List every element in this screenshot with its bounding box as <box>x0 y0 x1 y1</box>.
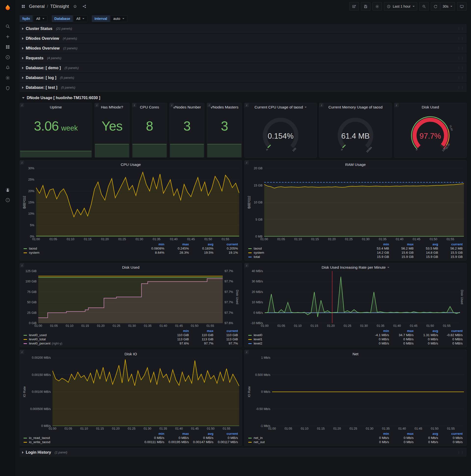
legend-series[interactable]: taosd <box>247 246 366 251</box>
legend-series[interactable]: level0_used <box>22 333 166 337</box>
legend-col-header[interactable]: current <box>215 242 239 246</box>
legend-series[interactable]: system <box>22 251 141 255</box>
panel-title[interactable]: Uptime <box>20 103 92 110</box>
dashboard-row-requests[interactable]: Requests(4 panels)⋮⋮ <box>20 53 467 63</box>
legend-col-header[interactable]: avg <box>190 242 215 246</box>
plot[interactable] <box>272 358 464 426</box>
search-icon[interactable] <box>2 21 13 31</box>
legend-col-header[interactable]: min <box>166 329 190 333</box>
legend-series[interactable]: level0_total <box>22 337 166 341</box>
panel-title[interactable]: Current CPU Usage of taosd <box>245 103 317 110</box>
refresh-button[interactable] <box>431 2 440 11</box>
legend-col-header[interactable]: max <box>190 329 215 333</box>
legend-col-header[interactable]: max <box>390 242 415 246</box>
dashboard-row-login-history[interactable]: Login History(1 panel)⋮⋮ <box>20 448 467 457</box>
dashboard-row-cluster-status[interactable]: Cluster Status(21 panels)⋮⋮ <box>20 24 467 33</box>
grafana-logo[interactable] <box>2 2 13 13</box>
panel-title[interactable]: Net <box>247 350 464 357</box>
tv-mode-button[interactable] <box>457 2 467 11</box>
legend-series[interactable]: io_write_taosd <box>22 440 141 444</box>
time-range-picker[interactable]: Last 1 hour <box>384 2 417 11</box>
row-drag-handle[interactable]: ⋮⋮ <box>457 450 464 454</box>
legend-series[interactable]: system <box>247 251 366 255</box>
legend-col-header[interactable]: min <box>141 242 166 246</box>
legend-series[interactable]: net_in <box>247 436 366 440</box>
legend-col-header[interactable]: max <box>390 329 415 333</box>
dashboard-row-mnodes-overview[interactable]: MNodes Overview(2 panels)⋮⋮ <box>20 44 467 53</box>
panel-info-icon[interactable]: i <box>20 160 24 165</box>
plot[interactable] <box>52 358 239 426</box>
panel-title[interactable]: RAM Usage <box>247 160 464 167</box>
panel-info-icon[interactable]: i <box>20 350 24 354</box>
plot[interactable] <box>265 271 460 323</box>
dashboard-row-database-log[interactable]: Database: [ log ](5 panels)⋮⋮ <box>20 73 467 82</box>
help-icon[interactable]: ? <box>2 195 13 205</box>
panel-title[interactable]: CPU Usage <box>22 160 239 167</box>
save-dashboard-button[interactable] <box>361 2 370 11</box>
legend-series[interactable]: net_out <box>247 440 366 444</box>
legend-col-header[interactable]: current <box>439 432 464 436</box>
legend-col-header[interactable]: avg <box>415 242 439 246</box>
legend-col-header[interactable]: current <box>439 242 464 246</box>
panel-info-icon[interactable]: i <box>20 263 24 268</box>
panel-info-icon[interactable]: i <box>320 103 324 107</box>
legend-series[interactable]: level2 <box>247 341 366 345</box>
dashboard-settings-button[interactable] <box>372 2 382 11</box>
breadcrumb-title[interactable]: TDinsight <box>50 4 69 9</box>
variable-value-fqdn[interactable]: All <box>33 15 47 22</box>
star-button[interactable] <box>72 3 78 10</box>
variable-value-interval[interactable]: auto <box>110 15 127 22</box>
panel-info-icon[interactable]: i <box>394 103 399 107</box>
breadcrumb-section[interactable]: General <box>29 4 45 9</box>
legend-col-header[interactable]: avg <box>190 432 215 436</box>
legend-series[interactable]: level1 <box>247 337 366 341</box>
legend-col-header[interactable]: avg <box>415 432 439 436</box>
legend-series[interactable]: taosd <box>22 246 141 251</box>
row-drag-handle[interactable]: ⋮⋮ <box>457 56 464 60</box>
legend-col-header[interactable]: min <box>366 432 390 436</box>
legend-series[interactable]: level0 <box>247 333 366 337</box>
add-icon[interactable] <box>2 31 13 42</box>
panel-info-icon[interactable]: i <box>245 263 249 268</box>
legend-col-header[interactable]: max <box>390 432 415 436</box>
panel-info-icon[interactable]: i <box>207 103 211 107</box>
legend-col-header[interactable]: avg <box>415 329 439 333</box>
variable-value-database[interactable]: All <box>73 15 87 22</box>
panel-info-icon[interactable]: i <box>132 103 136 107</box>
dashboard-row-database-demo[interactable]: Database: [ demo ](5 panels)⋮⋮ <box>20 63 467 72</box>
legend-col-header[interactable]: current <box>215 329 239 333</box>
plot[interactable] <box>36 168 239 237</box>
panel-info-icon[interactable]: i <box>20 103 24 107</box>
dashboards-icon[interactable] <box>2 42 13 52</box>
legend-series[interactable]: total <box>247 255 366 259</box>
panel-title[interactable]: CPU Cores <box>132 103 167 110</box>
legend-col-header[interactable]: current <box>439 329 464 333</box>
alerting-bell-icon[interactable] <box>2 62 13 73</box>
share-button[interactable] <box>81 3 88 10</box>
panel-title[interactable]: Disk Used <box>394 103 466 110</box>
row-drag-handle[interactable]: ⋮⋮ <box>457 66 464 70</box>
legend-series[interactable]: io_read_taosd <box>22 436 141 440</box>
panel-title[interactable]: Disk Used Increasing Rate per Minute <box>247 263 464 270</box>
legend-col-header[interactable]: min <box>366 242 390 246</box>
legend-col-header[interactable]: min <box>366 329 390 333</box>
explore-compass-icon[interactable] <box>2 52 13 62</box>
variable-label-interval[interactable]: Interval <box>92 15 110 22</box>
panel-info-icon[interactable]: i <box>170 103 174 107</box>
panel-info-icon[interactable]: i <box>245 160 249 165</box>
panel-info-icon[interactable]: i <box>245 350 249 354</box>
row-drag-handle[interactable]: ⋮⋮ <box>457 27 464 30</box>
panel-title[interactable]: Disk IO <box>22 350 239 357</box>
dashboard-row-dnode-usage-huolinhe-tm1701-6030[interactable]: DNode Usage [ huolinhe-TM1701:6030 ] <box>20 93 467 102</box>
panel-info-icon[interactable]: i <box>245 103 249 107</box>
panel-title[interactable]: VNodes Masters <box>207 103 242 110</box>
configuration-gear-icon[interactable] <box>2 73 13 83</box>
panel-title[interactable]: Has MNode? <box>95 103 129 110</box>
zoom-out-button[interactable] <box>419 2 429 11</box>
refresh-interval-dropdown[interactable]: 30s <box>440 2 455 11</box>
row-drag-handle[interactable]: ⋮⋮ <box>457 46 464 50</box>
panel-title[interactable]: Current Memory Usage of taosd <box>320 103 391 110</box>
legend-col-header[interactable]: max <box>166 242 190 246</box>
panel-title[interactable]: Disk Used <box>22 263 239 270</box>
add-panel-button[interactable] <box>349 2 359 11</box>
